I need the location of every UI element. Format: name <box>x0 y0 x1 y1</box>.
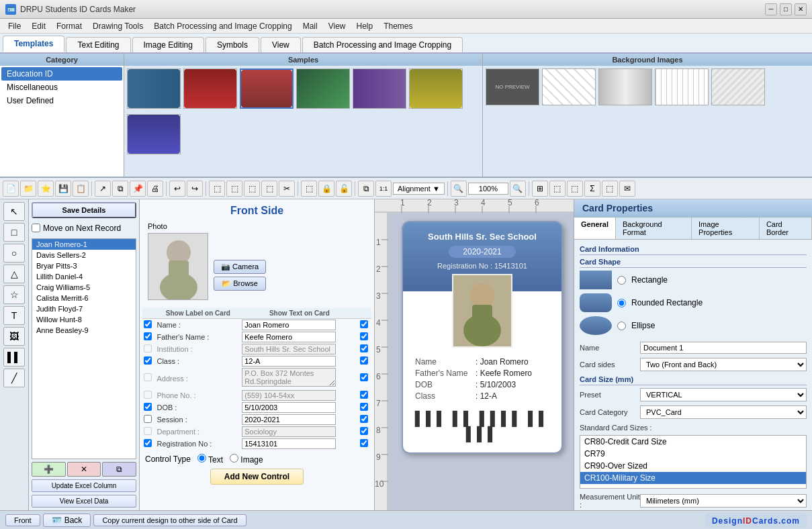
tb-sum[interactable]: Σ <box>584 181 600 197</box>
tool-line[interactable]: ╱ <box>3 369 25 387</box>
shape-radio-rect[interactable] <box>617 276 626 285</box>
field-show-2[interactable] <box>360 344 368 352</box>
tb-btn6[interactable]: 🔒 <box>318 181 334 197</box>
props-tab-bg[interactable]: Background Format <box>616 218 692 239</box>
tool-circle[interactable]: ○ <box>3 244 25 262</box>
field-check-6[interactable] <box>144 403 152 411</box>
tb-btn4[interactable]: ⬚ <box>261 181 277 197</box>
field-input-9[interactable] <box>242 438 336 449</box>
menu-format[interactable]: Format <box>51 20 87 32</box>
tb-copy[interactable]: ⧉ <box>112 181 128 197</box>
size-cr100[interactable]: CR100-Military Size <box>580 472 806 484</box>
tb-star[interactable]: ⭐ <box>38 181 54 197</box>
field-check-2[interactable] <box>144 344 152 352</box>
bg-thumb-3[interactable] <box>598 68 652 105</box>
ctrl-image-label[interactable]: Image <box>230 454 263 465</box>
tb-open[interactable]: 📁 <box>20 181 36 197</box>
field-show-4[interactable] <box>360 373 368 381</box>
tb-group[interactable]: ⧉ <box>358 181 374 197</box>
bg-thumb-5[interactable] <box>711 68 765 105</box>
tab-image-editing[interactable]: Image Editing <box>132 37 204 52</box>
sample-thumb-4[interactable] <box>296 68 350 109</box>
bg-thumb-2[interactable] <box>542 68 596 105</box>
record-item-9[interactable]: Anne Beasley-9 <box>32 325 136 336</box>
field-show-7[interactable] <box>360 415 368 423</box>
record-item-1[interactable]: Joan Romero-1 <box>32 239 136 250</box>
tb-btn2[interactable]: ⬚ <box>226 181 242 197</box>
menu-drawing[interactable]: Drawing Tools <box>87 20 148 32</box>
field-input-3[interactable] <box>242 356 336 367</box>
menu-mail[interactable]: Mail <box>298 20 323 32</box>
field-check-7[interactable] <box>144 415 152 423</box>
tab-symbols[interactable]: Symbols <box>206 37 259 52</box>
tb-export1[interactable]: ⬚ <box>549 181 566 197</box>
bg-thumb-4[interactable] <box>655 68 709 105</box>
tab-text-editing[interactable]: Text Editing <box>66 37 130 52</box>
add-control-button[interactable]: Add New Control <box>210 469 304 485</box>
category-item-userdefined[interactable]: User Defined <box>1 94 122 107</box>
sample-thumb-2[interactable] <box>183 68 237 109</box>
field-show-0[interactable] <box>360 320 368 328</box>
field-input-6[interactable] <box>242 402 336 413</box>
tb-btn5[interactable]: ⬚ <box>301 181 317 197</box>
field-check-9[interactable] <box>144 439 152 447</box>
tb-zoom-in[interactable]: 🔍 <box>451 181 467 197</box>
menu-batch[interactable]: Batch Processing and Image Cropping <box>148 20 297 32</box>
field-check-1[interactable] <box>144 332 152 340</box>
name-field-input[interactable] <box>640 342 807 354</box>
field-input-0[interactable] <box>242 320 336 330</box>
tool-image[interactable]: 🖼 <box>3 327 25 346</box>
record-duplicate-button[interactable]: ⧉ <box>102 462 136 477</box>
record-delete-button[interactable]: ✕ <box>67 462 101 477</box>
field-show-9[interactable] <box>360 439 368 447</box>
field-show-1[interactable] <box>360 332 368 340</box>
card-sides-select[interactable]: Two (Front and Back) <box>640 358 807 371</box>
standard-sizes-list[interactable]: CR80-Credit Card Size CR79 CR90-Over Siz… <box>580 435 807 489</box>
minimize-button[interactable]: ─ <box>765 3 777 15</box>
record-list[interactable]: Joan Romero-1 Davis Sellers-2 Bryar Pitt… <box>32 238 136 459</box>
field-check-3[interactable] <box>144 356 152 365</box>
measurement-select[interactable]: Milimeters (mm) <box>640 494 807 508</box>
shape-radio-rounded[interactable] <box>617 299 626 307</box>
props-tab-border[interactable]: Card Border <box>760 218 812 239</box>
tb-ratio[interactable]: 1:1 <box>375 181 392 197</box>
sample-thumb-1[interactable] <box>127 68 181 109</box>
preset-select[interactable]: VERTICAL <box>640 388 807 401</box>
tb-save2[interactable]: 📋 <box>73 181 89 197</box>
tb-grid[interactable]: ⊞ <box>532 181 548 197</box>
size-cr79[interactable]: CR79 <box>580 448 806 460</box>
tb-btn7[interactable]: 🔓 <box>336 181 352 197</box>
sample-thumb-7[interactable] <box>127 114 181 154</box>
record-item-3[interactable]: Bryar Pitts-3 <box>32 260 136 271</box>
field-input-1[interactable] <box>242 332 336 342</box>
browse-button[interactable]: 📂 Browse <box>214 277 266 291</box>
menu-edit[interactable]: Edit <box>26 20 51 32</box>
field-show-6[interactable] <box>360 403 368 411</box>
ctrl-text-label[interactable]: Text <box>197 454 223 465</box>
props-tab-image[interactable]: Image Properties <box>692 218 760 239</box>
ctrl-image-radio[interactable] <box>230 454 238 463</box>
field-check-0[interactable] <box>144 320 152 328</box>
save-details-button[interactable]: Save Details <box>32 202 136 218</box>
category-item-miscellaneous[interactable]: Miscellaneous <box>1 81 122 94</box>
bg-thumb-1[interactable]: NO PREVIEW <box>486 68 539 105</box>
view-excel-button[interactable]: View Excel Data <box>32 495 136 508</box>
card-category-select[interactable]: PVC_Card <box>640 405 807 419</box>
copy-design-button[interactable]: Copy current design to other side of Car… <box>93 514 246 526</box>
props-tab-general[interactable]: General <box>574 218 616 239</box>
menu-help[interactable]: Help <box>351 20 378 32</box>
tb-undo[interactable]: ↩ <box>169 181 185 197</box>
tb-btn3[interactable]: ⬚ <box>244 181 260 197</box>
field-input-7[interactable] <box>242 414 336 425</box>
tb-save[interactable]: 💾 <box>55 181 71 197</box>
tb-alignment[interactable]: Alignment ▼ <box>393 183 445 195</box>
menu-view[interactable]: View <box>323 20 351 32</box>
tb-crop[interactable]: ⬚ <box>602 181 618 197</box>
tb-zoom-out[interactable]: 🔍 <box>510 181 526 197</box>
tool-triangle[interactable]: △ <box>3 264 25 283</box>
size-cr90[interactable]: CR90-Over Sized <box>580 460 806 472</box>
field-show-3[interactable] <box>360 356 368 365</box>
field-check-5[interactable] <box>144 391 152 399</box>
close-button[interactable]: ✕ <box>795 3 807 15</box>
sample-thumb-5[interactable] <box>353 68 406 109</box>
